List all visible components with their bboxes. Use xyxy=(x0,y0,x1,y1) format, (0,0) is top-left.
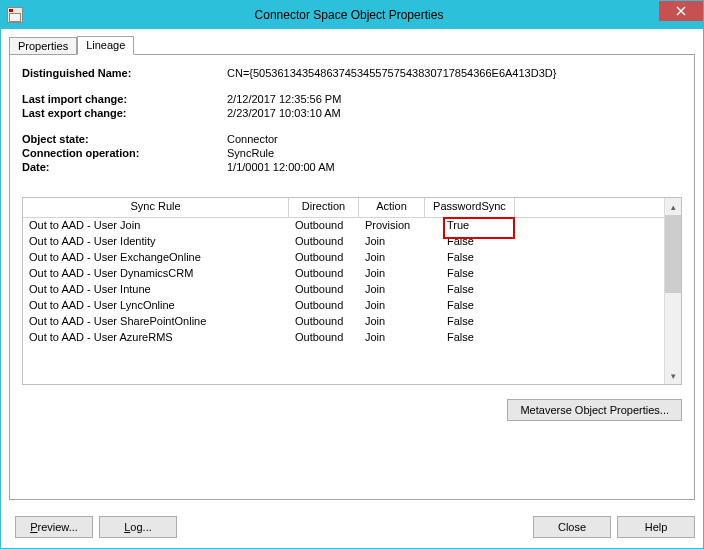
cell-direction: Outbound xyxy=(289,298,359,314)
col-action[interactable]: Action xyxy=(359,198,425,218)
preview-label: Preview... xyxy=(30,521,78,533)
table-header: Sync Rule Direction Action PasswordSync xyxy=(23,198,664,218)
titlebar[interactable]: Connector Space Object Properties xyxy=(1,1,703,29)
cell-rule: Out to AAD - User Intune xyxy=(23,282,289,298)
col-sync-rule[interactable]: Sync Rule xyxy=(23,198,289,218)
cell-passwordsync: False xyxy=(425,298,515,314)
cell-action: Provision xyxy=(359,218,425,234)
table-row[interactable]: Out to AAD - User JoinOutboundProvisionT… xyxy=(23,218,664,234)
col-direction[interactable]: Direction xyxy=(289,198,359,218)
cell-passwordsync: False xyxy=(425,282,515,298)
object-state-value: Connector xyxy=(227,133,682,145)
cell-action: Join xyxy=(359,234,425,250)
date-label: Date: xyxy=(22,161,227,173)
dialog-footer: Preview... Log... Close Help xyxy=(1,508,703,548)
cell-rule: Out to AAD - User DynamicsCRM xyxy=(23,266,289,282)
col-filler xyxy=(515,198,664,218)
log-label: Log... xyxy=(124,521,152,533)
cell-action: Join xyxy=(359,250,425,266)
cell-direction: Outbound xyxy=(289,282,359,298)
cell-action: Join xyxy=(359,314,425,330)
cell-passwordsync: False xyxy=(425,330,515,346)
cell-passwordsync: False xyxy=(425,314,515,330)
app-icon xyxy=(7,7,23,23)
cell-direction: Outbound xyxy=(289,314,359,330)
content-area: Properties Lineage Distinguished Name: C… xyxy=(1,29,703,508)
scroll-track[interactable] xyxy=(665,293,681,367)
cell-rule: Out to AAD - User ExchangeOnline xyxy=(23,250,289,266)
tab-strip: Properties Lineage xyxy=(9,35,695,55)
cell-rule: Out to AAD - User Join xyxy=(23,218,289,234)
dn-value: CN={505361343548637453455757543830717854… xyxy=(227,67,682,79)
cell-rule: Out to AAD - User LyncOnline xyxy=(23,298,289,314)
scrollbar[interactable]: ▴ ▾ xyxy=(664,198,681,384)
tab-lineage-body: Distinguished Name: CN={5053613435486374… xyxy=(9,55,695,500)
cell-action: Join xyxy=(359,298,425,314)
cell-direction: Outbound xyxy=(289,218,359,234)
col-passwordsync[interactable]: PasswordSync xyxy=(425,198,515,218)
cell-direction: Outbound xyxy=(289,234,359,250)
conn-op-value: SyncRule xyxy=(227,147,682,159)
close-icon[interactable] xyxy=(659,1,703,21)
tab-lineage[interactable]: Lineage xyxy=(77,36,134,55)
cell-passwordsync: False xyxy=(425,250,515,266)
scroll-thumb[interactable] xyxy=(665,215,681,293)
cell-passwordsync: True xyxy=(425,218,515,234)
table-row[interactable]: Out to AAD - User IntuneOutboundJoinFals… xyxy=(23,282,664,298)
dn-label: Distinguished Name: xyxy=(22,67,227,79)
last-import-label: Last import change: xyxy=(22,93,227,105)
help-button[interactable]: Help xyxy=(617,516,695,538)
cell-action: Join xyxy=(359,330,425,346)
table-body: Out to AAD - User JoinOutboundProvisionT… xyxy=(23,218,664,346)
table-row[interactable]: Out to AAD - User IdentityOutboundJoinFa… xyxy=(23,234,664,250)
dialog-window: Connector Space Object Properties Proper… xyxy=(0,0,704,549)
cell-direction: Outbound xyxy=(289,330,359,346)
conn-op-label: Connection operation: xyxy=(22,147,227,159)
cell-rule: Out to AAD - User SharePointOnline xyxy=(23,314,289,330)
table-row[interactable]: Out to AAD - User SharePointOnlineOutbou… xyxy=(23,314,664,330)
preview-button[interactable]: Preview... xyxy=(15,516,93,538)
cell-action: Join xyxy=(359,282,425,298)
cell-passwordsync: False xyxy=(425,234,515,250)
cell-action: Join xyxy=(359,266,425,282)
cell-direction: Outbound xyxy=(289,250,359,266)
table-row[interactable]: Out to AAD - User DynamicsCRMOutboundJoi… xyxy=(23,266,664,282)
table-row[interactable]: Out to AAD - User ExchangeOnlineOutbound… xyxy=(23,250,664,266)
cell-rule: Out to AAD - User AzureRMS xyxy=(23,330,289,346)
close-button[interactable]: Close xyxy=(533,516,611,538)
table-row[interactable]: Out to AAD - User AzureRMSOutboundJoinFa… xyxy=(23,330,664,346)
scroll-up-icon[interactable]: ▴ xyxy=(665,198,681,215)
sync-rule-table: Sync Rule Direction Action PasswordSync … xyxy=(22,197,682,385)
last-import-value: 2/12/2017 12:35:56 PM xyxy=(227,93,682,105)
property-grid: Distinguished Name: CN={5053613435486374… xyxy=(22,67,682,173)
tab-properties[interactable]: Properties xyxy=(9,37,77,54)
metaverse-props-button[interactable]: Metaverse Object Properties... xyxy=(507,399,682,421)
highlight-annotation: True xyxy=(447,219,469,231)
last-export-value: 2/23/2017 10:03:10 AM xyxy=(227,107,682,119)
window-title: Connector Space Object Properties xyxy=(23,8,703,22)
log-button[interactable]: Log... xyxy=(99,516,177,538)
last-export-label: Last export change: xyxy=(22,107,227,119)
table-row[interactable]: Out to AAD - User LyncOnlineOutboundJoin… xyxy=(23,298,664,314)
scroll-down-icon[interactable]: ▾ xyxy=(665,367,681,384)
cell-passwordsync: False xyxy=(425,266,515,282)
cell-rule: Out to AAD - User Identity xyxy=(23,234,289,250)
cell-direction: Outbound xyxy=(289,266,359,282)
date-value: 1/1/0001 12:00:00 AM xyxy=(227,161,682,173)
object-state-label: Object state: xyxy=(22,133,227,145)
